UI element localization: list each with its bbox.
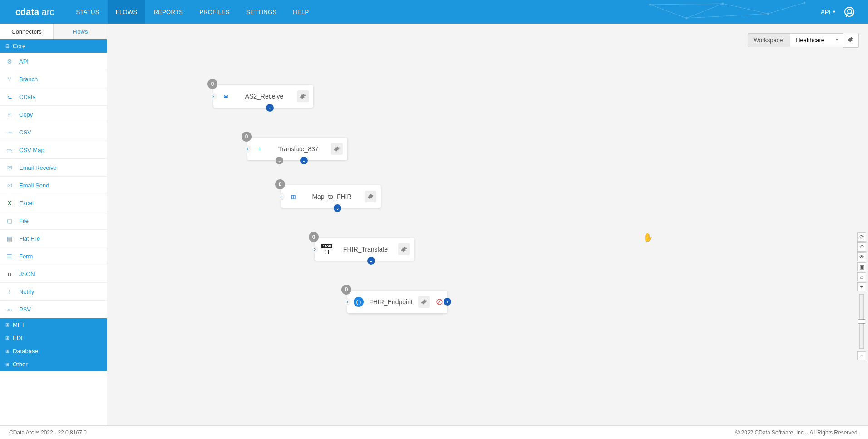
connector-cdata[interactable]: ⊂CData (0, 88, 107, 106)
svg-line-5 (650, 4, 723, 5)
category-edi[interactable]: ⊞EDI (0, 331, 107, 345)
tab-flows[interactable]: Flows (54, 24, 107, 39)
output-port[interactable]: ⌄ (367, 257, 375, 265)
connector-copy[interactable]: ⎘Copy (0, 106, 107, 123)
top-navbar: cdata arc STATUSFLOWSREPORTSPROFILESSETT… (0, 0, 868, 24)
category-database[interactable]: ⊞Database (0, 345, 107, 358)
connector-label: File (19, 217, 29, 224)
category-mft[interactable]: ⊞MFT (0, 318, 107, 331)
connector-api[interactable]: ⚙API (0, 53, 107, 70)
view-toggle-button[interactable]: 👁 (857, 252, 866, 261)
notify-icon: ! (5, 287, 14, 296)
svg-point-9 (767, 13, 769, 15)
connector-label: Excel (19, 200, 34, 207)
json-icon: { } (5, 270, 14, 278)
connector-form[interactable]: ☰Form (0, 247, 107, 265)
connector-flat-file[interactable]: ▤Flat File (0, 230, 107, 247)
connector-label: Flat File (19, 235, 40, 242)
node-settings-button[interactable] (365, 191, 376, 202)
nav-flows[interactable]: FLOWS (108, 0, 146, 24)
connector-notify[interactable]: !Notify (0, 283, 107, 301)
connector-file[interactable]: ▢File (0, 212, 107, 230)
nav-reports[interactable]: REPORTS (145, 0, 191, 24)
zoom-in-button[interactable]: + (857, 282, 866, 291)
svg-point-6 (649, 4, 651, 5)
svg-line-1 (686, 4, 723, 18)
node-badge: 0 (275, 179, 285, 189)
connector-psv[interactable]: psvPSV (0, 301, 107, 318)
svg-point-10 (804, 2, 805, 4)
svg-line-4 (686, 14, 768, 18)
workspace-select[interactable]: Healthcare (790, 33, 843, 47)
undo-button[interactable]: ↶ (857, 242, 866, 252)
connector-email-receive[interactable]: ✉Email Receive (0, 159, 107, 177)
connector-label: Copy (19, 111, 33, 118)
cdata-icon: ⊂ (5, 93, 14, 101)
refresh-button[interactable]: ⟳ (857, 232, 866, 242)
branch-icon: ⑂ (5, 75, 14, 83)
node-settings-button[interactable] (398, 243, 410, 255)
node-settings-button[interactable] (418, 296, 430, 308)
node-label: AS2_Receive (232, 93, 297, 100)
flow-node-t837[interactable]: 0›≡Translate_837⌄⌄ (247, 138, 347, 160)
output-port[interactable]: ⌄ (334, 204, 341, 212)
nav-status[interactable]: STATUS (68, 0, 108, 24)
flow-node-fhirt[interactable]: 0›JSON{ }FHIR_Translate⌄ (315, 238, 414, 261)
connector-csv-map[interactable]: csvCSV Map (0, 141, 107, 159)
gear-icon: ⚙ (5, 57, 14, 65)
connector-label: Form (19, 253, 33, 260)
sidebar: Connectors Flows ⊟Core ⚙API⑂Branch⊂CData… (0, 24, 107, 425)
svg-line-2 (723, 4, 768, 14)
flow-node-fhire[interactable]: 0›( )FHIR_Endpoint› (347, 291, 447, 313)
connector-branch[interactable]: ⑂Branch (0, 70, 107, 88)
zoom-out-button[interactable]: − (857, 351, 866, 360)
workspace-settings-button[interactable] (843, 33, 859, 48)
cancel-icon[interactable] (434, 297, 444, 307)
connector-label: Branch (19, 76, 38, 83)
flow-node-as2[interactable]: 0›✉AS2_Receive⌄ (213, 85, 313, 108)
node-label: Map_to_FHIR (299, 193, 365, 200)
as2-icon: ✉ (220, 90, 232, 102)
api-dropdown[interactable]: API▼ (821, 9, 836, 15)
connector-excel[interactable]: XExcel (0, 194, 107, 212)
tab-connectors[interactable]: Connectors (0, 24, 54, 39)
home-button[interactable]: ⌂ (857, 272, 866, 281)
category-core[interactable]: ⊟Core (0, 39, 107, 53)
connector-csv[interactable]: csvCSV (0, 123, 107, 141)
nav-profiles[interactable]: PROFILES (191, 0, 238, 24)
input-port[interactable]: › (210, 93, 217, 100)
footer: CData Arc™ 2022 - 22.0.8167.0 © 2022 CDa… (0, 425, 868, 439)
version-text: CData Arc™ 2022 - 22.0.8167.0 (9, 429, 87, 436)
nav-settings[interactable]: SETTINGS (238, 0, 285, 24)
input-port[interactable]: › (244, 145, 251, 153)
connector-email-send[interactable]: ✉Email Send (0, 177, 107, 194)
node-badge: 0 (341, 285, 351, 295)
node-label: FHIR_Endpoint (364, 298, 418, 306)
zoom-slider-handle[interactable] (858, 319, 865, 324)
fit-button[interactable]: ▣ (857, 262, 866, 271)
node-badge: 0 (207, 79, 217, 89)
plus-icon: ⊞ (5, 349, 9, 354)
user-menu-icon[interactable] (844, 7, 854, 17)
flow-canvas[interactable]: Workspace: Healthcare 0›✉AS2_Receive⌄0›≡… (107, 24, 868, 425)
node-badge: 0 (309, 232, 319, 242)
nav-help[interactable]: HELP (285, 0, 317, 24)
connector-label: CData (19, 94, 36, 100)
node-badge: 0 (242, 132, 252, 142)
output-port[interactable]: ⌄ (300, 157, 308, 164)
input-port[interactable]: › (277, 193, 285, 200)
output-port[interactable]: ⌄ (266, 104, 274, 112)
zoom-slider[interactable] (859, 294, 864, 349)
connector-json[interactable]: { }JSON (0, 265, 107, 283)
flow-node-map[interactable]: 0›◫Map_to_FHIR⌄ (281, 185, 381, 208)
category-other[interactable]: ⊞Other (0, 358, 107, 371)
node-settings-button[interactable] (297, 90, 309, 102)
input-port[interactable]: › (344, 298, 351, 306)
output-port[interactable]: ⌄ (276, 157, 283, 164)
output-port-side[interactable]: › (444, 298, 451, 306)
json-icon: JSON{ } (321, 243, 333, 255)
plus-icon: ⊞ (5, 322, 9, 327)
node-settings-button[interactable] (331, 143, 343, 155)
nav-menu: STATUSFLOWSREPORTSPROFILESSETTINGSHELP (68, 0, 317, 24)
input-port[interactable]: › (311, 246, 318, 253)
